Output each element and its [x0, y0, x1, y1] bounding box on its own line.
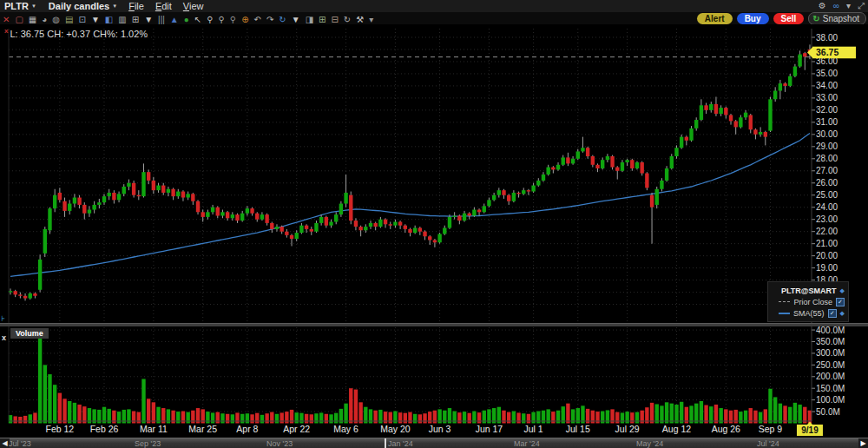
scrollbar-label: Nov '23 [266, 439, 293, 448]
svg-text:Feb 26: Feb 26 [90, 424, 119, 434]
prior-close-checkbox[interactable]: ✓ [836, 298, 845, 306]
svg-text:Aug 12: Aug 12 [662, 424, 691, 434]
add-pane-icon[interactable]: ⊞ [319, 15, 326, 24]
svg-text:27.00: 27.00 [816, 166, 838, 175]
svg-text:150.0M: 150.0M [816, 384, 845, 393]
link-icon[interactable]: ∞ [833, 0, 839, 12]
pane-resize-handle[interactable]: ⊦ [1, 314, 5, 323]
visible-range-marker[interactable] [385, 438, 386, 448]
snapshot-button[interactable]: ↻ Snapshot [808, 12, 866, 25]
info-panel-icon[interactable]: ◧ [105, 15, 113, 24]
pointer-icon[interactable]: ↖ [194, 15, 201, 24]
volume-pane-label: Volume [10, 328, 49, 339]
order-buttons: Alert Buy Sell ↻ Snapshot [697, 13, 866, 24]
sell-button[interactable]: Sell [773, 13, 805, 24]
volume-close-button[interactable]: x [2, 333, 6, 342]
sma-line-sample [779, 313, 790, 314]
svg-text:May 6: May 6 [333, 424, 358, 434]
svg-text:28.00: 28.00 [816, 154, 838, 163]
legend-prior-close-label: Prior Close [793, 298, 832, 306]
svg-text:Feb 12: Feb 12 [45, 424, 74, 434]
reload-icon[interactable]: ↻ [279, 15, 286, 24]
template-icon[interactable]: ▤ [65, 15, 73, 24]
svg-text:250.0M: 250.0M [816, 360, 845, 370]
svg-text:100.0M: 100.0M [816, 395, 845, 405]
crosshair-icon[interactable]: ⊕ [241, 15, 248, 24]
svg-text:29.00: 29.00 [816, 142, 838, 151]
svg-text:33.00: 33.00 [816, 93, 838, 102]
undo-icon[interactable]: ↶ [254, 15, 261, 24]
gear-icon[interactable]: ⚙ [819, 0, 826, 12]
price-volume-chart[interactable]: 38.0036.0035.0034.0033.0032.0031.0030.00… [0, 24, 868, 438]
indicator-dot-icon[interactable]: ● [184, 15, 189, 24]
symbol-caret-icon: ▼ [31, 3, 36, 9]
svg-text:23.00: 23.00 [816, 214, 838, 224]
alert-button[interactable]: Alert [697, 13, 733, 24]
scrollbar-label: Jul '24 [757, 439, 779, 448]
trend-triangle-icon[interactable]: ▲ [170, 15, 179, 24]
volume-bars-icon[interactable]: ||| [158, 15, 165, 24]
buy-button[interactable]: Buy [737, 13, 769, 24]
candle-panel-icon[interactable]: ▥ [118, 15, 126, 24]
pane-divider[interactable] [0, 323, 868, 326]
svg-text:Jul 29: Jul 29 [615, 424, 640, 434]
zoom-region-icon[interactable]: ⊡ [79, 15, 86, 24]
svg-text:Jul 1: Jul 1 [524, 424, 543, 434]
settings-wrench-icon[interactable]: ⚒ [356, 15, 364, 24]
zoom-reset-icon[interactable]: ⚲ [230, 15, 236, 24]
sma-settings-icon[interactable]: ◆ [840, 310, 845, 317]
svg-text:25.00: 25.00 [816, 190, 838, 200]
close-chart-icon[interactable]: ✕ [3, 15, 10, 24]
chart-type-dropdown-icon[interactable]: ▼ [91, 15, 100, 24]
svg-text:32.00: 32.00 [816, 105, 838, 115]
grid-display-icon[interactable]: ▦ [29, 15, 36, 24]
svg-text:9/19: 9/19 [801, 425, 819, 435]
sma-checkbox[interactable]: ✓ [828, 309, 837, 318]
svg-text:35.00: 35.00 [816, 69, 838, 78]
snapshot-label: Snapshot [823, 13, 859, 24]
svg-text:36.75: 36.75 [816, 47, 838, 57]
svg-text:31.00: 31.00 [816, 117, 838, 127]
scrollbar-label: Sep '23 [135, 439, 161, 448]
zoom-in-icon[interactable]: ⚲ [207, 15, 213, 24]
legend-symbol-icon[interactable]: ◆ [840, 287, 845, 294]
svg-text:Aug 26: Aug 26 [712, 424, 740, 434]
quote-line: xL: 36.75 CH: +0.37 CH%: 1.02% [4, 27, 148, 39]
quad-grid-icon[interactable]: ⊞ [132, 15, 139, 24]
remove-pane-icon[interactable]: ⊟ [331, 15, 338, 24]
scrollbar-label: Jul '23 [9, 439, 31, 448]
svg-text:350.0M: 350.0M [816, 337, 845, 346]
chart-area: 38.0036.0035.0034.0033.0032.0031.0030.00… [0, 24, 868, 438]
svg-text:Apr 22: Apr 22 [283, 424, 310, 434]
scrollbar-label: Mar '24 [514, 439, 540, 448]
svg-text:26.00: 26.00 [816, 178, 838, 188]
selection-box-icon[interactable]: ▢ [15, 15, 23, 24]
wrench-dropdown-icon[interactable]: ▾ [369, 15, 373, 24]
quote-text: L: 36.75 CH: +0.37 CH%: 1.02% [10, 29, 148, 39]
svg-text:Apr 8: Apr 8 [236, 424, 258, 434]
bubble-chart-icon[interactable]: ◍ [52, 15, 60, 24]
zoom-out-icon[interactable]: ⚲ [219, 15, 225, 24]
time-scrollbar[interactable]: ◀ ▶ Jul '23Sep '23Nov '23Jan '24Mar '24M… [0, 438, 868, 448]
svg-text:34.00: 34.00 [816, 81, 838, 90]
quote-close-icon[interactable]: x [4, 27, 8, 35]
svg-text:Mar 25: Mar 25 [188, 424, 217, 434]
pie-chart-icon[interactable]: ◕ [42, 15, 47, 24]
scroll-right-button[interactable]: ▶ [858, 438, 868, 448]
panel-dropdown-icon[interactable]: ▾ [846, 0, 851, 12]
svg-text:38.00: 38.00 [816, 33, 838, 43]
svg-text:May 20: May 20 [380, 424, 411, 434]
expand-icon[interactable]: ⤢ [858, 0, 865, 12]
redo-icon[interactable]: ↷ [266, 15, 273, 24]
chart-toolbar: ✕▢▦◕◍▤⊡▼◧▥⊞▼|||▲●↖⚲⚲⚲⊕↶↷↻▼◨⊞⊟↻⚒▾ Alert B… [0, 12, 868, 24]
chart-notes-icon[interactable]: ◨ [306, 15, 313, 24]
svg-text:300.0M: 300.0M [816, 348, 845, 358]
refresh-icon[interactable]: ↻ [344, 15, 351, 24]
svg-text:20.00: 20.00 [816, 251, 838, 260]
svg-text:Jul 15: Jul 15 [566, 424, 590, 434]
layout-dropdown-icon[interactable]: ▼ [144, 15, 153, 24]
svg-text:19.00: 19.00 [816, 263, 838, 273]
snapshot-refresh-icon: ↻ [812, 13, 819, 24]
tools-dropdown-icon[interactable]: ▼ [292, 15, 300, 24]
svg-text:400.0M: 400.0M [816, 326, 845, 335]
